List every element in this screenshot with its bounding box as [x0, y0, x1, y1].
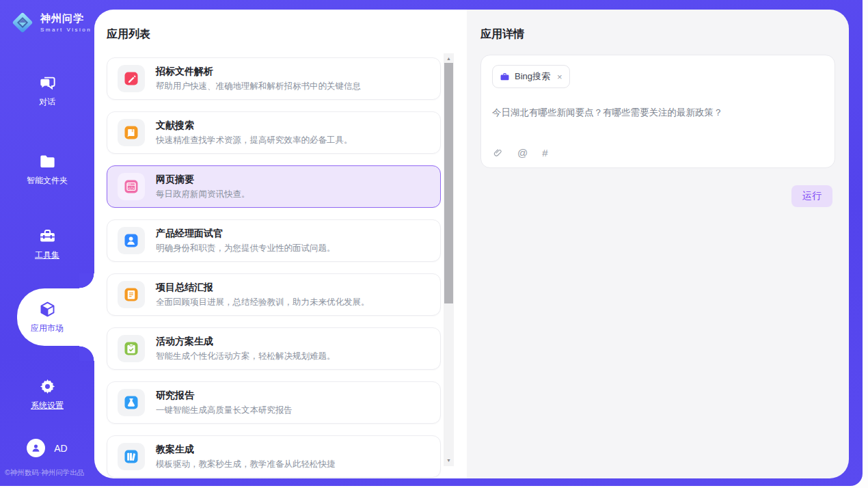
app-card-name: 网页摘要 [156, 174, 250, 186]
app-card-desc: 每日政府新闻资讯快查。 [156, 189, 250, 200]
app-cards: 招标文件解析 帮助用户快速、准确地理解和解析招标书中的关键信息 文献搜索 快速精… [107, 57, 441, 478]
folder-icon [38, 152, 57, 171]
app-detail-title: 应用详情 [480, 27, 524, 42]
app-card-desc: 帮助用户快速、准确地理解和解析招标书中的关键信息 [156, 81, 361, 92]
tool-chip[interactable]: Bing搜索 × [492, 65, 570, 88]
user-profile[interactable]: AD [0, 439, 94, 457]
interviewer-icon [118, 227, 145, 254]
flask-icon [118, 389, 145, 416]
sidebar-nav: 对话 智能文件夹 工具集 应用市场 系统设置 [0, 36, 94, 411]
briefcase-icon [500, 72, 510, 82]
app-card-name: 产品经理面试官 [156, 228, 336, 240]
app-card-name: 文献搜索 [156, 120, 353, 132]
toolbox-icon [38, 227, 57, 245]
app-card-desc: 快速精准查找学术资源，提高研究效率的必备工具。 [156, 135, 353, 146]
gear-icon [38, 377, 57, 396]
scrollbar[interactable]: ▲ ▼ [444, 53, 454, 466]
scroll-up-icon[interactable]: ▲ [444, 55, 454, 63]
run-button[interactable]: 运行 [791, 185, 832, 207]
sidebar-item-系统设置[interactable]: 系统设置 [0, 377, 94, 411]
tool-chip-label: Bing搜索 [515, 70, 550, 83]
sidebar-item-工具集[interactable]: 工具集 [0, 227, 94, 261]
prompt-card: Bing搜索 × 今日湖北有哪些新闻要点？有哪些需要关注的最新政策？ @# [480, 55, 835, 168]
chip-close-icon[interactable]: × [557, 72, 562, 82]
page: 神州问学 Smart Vision 对话 智能文件夹 工具集 应用市场 系统设置 [0, 0, 868, 488]
note-icon [118, 281, 145, 308]
app-frame: 神州问学 Smart Vision 对话 智能文件夹 工具集 应用市场 系统设置 [0, 0, 863, 486]
mention-icon[interactable]: @ [517, 147, 528, 159]
query-text[interactable]: 今日湖北有哪些新闻要点？有哪些需要关注的最新政策？ [492, 106, 824, 120]
app-card[interactable]: 教案生成 模板驱动，教案秒生成，教学准备从此轻松快捷 [107, 435, 441, 478]
app-card-name: 教案生成 [156, 444, 336, 456]
diamond-logo-icon [10, 10, 36, 36]
sidebar-item-对话[interactable]: 对话 [0, 74, 94, 108]
app-list-title: 应用列表 [107, 27, 150, 42]
app-card[interactable]: 文献搜索 快速精准查找学术资源，提高研究效率的必备工具。 [107, 111, 441, 154]
book-icon [118, 119, 145, 146]
app-card-desc: 明确身份和职责，为您提供专业性的面试问题。 [156, 243, 336, 254]
app-card[interactable]: 项目总结汇报 全面回顾项目进展，总结经验教训，助力未来优化发展。 [107, 273, 441, 316]
sidebar: 神州问学 Smart Vision 对话 智能文件夹 工具集 应用市场 系统设置 [0, 0, 94, 486]
app-list-panel: 应用列表 招标文件解析 帮助用户快速、准确地理解和解析招标书中的关键信息 文献搜… [94, 10, 467, 478]
copyright-text: ©神州数码·神州问学出品 [0, 468, 94, 478]
app-card-desc: 一键智能生成高质量长文本研究报告 [156, 405, 293, 416]
app-card-desc: 模板驱动，教案秒生成，教学准备从此轻松快捷 [156, 459, 336, 470]
brand-name: 神州问学 [40, 12, 92, 25]
sidebar-item-应用市场[interactable]: 应用市场 [17, 288, 94, 346]
brand-subtitle: Smart Vision [40, 27, 92, 33]
app-card[interactable]: 产品经理面试官 明确身份和职责，为您提供专业性的面试问题。 [107, 219, 441, 262]
browser-code-icon: </> [118, 173, 145, 200]
paperclip-icon[interactable] [493, 148, 503, 159]
chat-icon [38, 74, 57, 92]
app-card-desc: 智能生成个性化活动方案，轻松解决规划难题。 [156, 351, 336, 362]
sidebar-item-智能文件夹[interactable]: 智能文件夹 [0, 152, 94, 187]
app-card[interactable]: </> 网页摘要 每日政府新闻资讯快查。 [107, 165, 441, 208]
app-card-name: 招标文件解析 [156, 66, 361, 78]
app-card-name: 项目总结汇报 [156, 282, 370, 294]
pen-square-icon [118, 65, 145, 92]
books-icon [118, 443, 145, 470]
cube-icon [38, 300, 57, 318]
user-icon [27, 439, 45, 457]
app-detail-panel: 应用详情 Bing搜索 × 今日湖北有哪些新闻要点？有哪些需要关注的最新政策？ … [467, 10, 849, 478]
user-initials: AD [54, 443, 67, 454]
hash-icon[interactable]: # [542, 147, 547, 159]
input-toolbar: @# [493, 147, 548, 159]
svg-text:</>: </> [128, 186, 134, 190]
clipboard-check-icon [118, 335, 145, 362]
app-card[interactable]: 招标文件解析 帮助用户快速、准确地理解和解析招标书中的关键信息 [107, 57, 441, 100]
scroll-down-icon[interactable]: ▼ [444, 457, 454, 465]
app-card[interactable]: 研究报告 一键智能生成高质量长文本研究报告 [107, 381, 441, 424]
app-card-name: 活动方案生成 [156, 336, 336, 348]
scrollbar-thumb[interactable] [444, 63, 453, 303]
app-card[interactable]: 活动方案生成 智能生成个性化活动方案，轻松解决规划难题。 [107, 327, 441, 370]
app-card-name: 研究报告 [156, 390, 293, 402]
app-card-desc: 全面回顾项目进展，总结经验教训，助力未来优化发展。 [156, 297, 370, 308]
brand-logo: 神州问学 Smart Vision [0, 0, 94, 36]
